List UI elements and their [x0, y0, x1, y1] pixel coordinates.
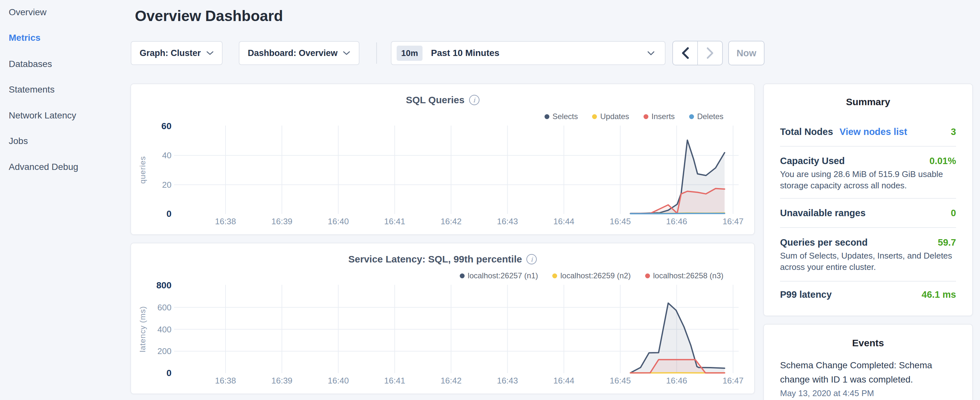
events-panel: Events Schema Change Completed: Schema c…	[763, 324, 973, 400]
svg-text:0: 0	[166, 368, 172, 378]
chevron-down-icon	[343, 51, 350, 56]
svg-text:16:42: 16:42	[441, 376, 462, 386]
legend-dot-icon	[645, 274, 650, 278]
sidebar-item-jobs[interactable]: Jobs	[9, 136, 28, 146]
sidebar-item-metrics[interactable]: Metrics	[9, 33, 40, 43]
svg-text:600: 600	[158, 303, 172, 312]
p99-latency-label: P99 latency	[780, 289, 832, 300]
graph-scope-label: Graph: Cluster	[140, 48, 200, 58]
svg-text:16:39: 16:39	[272, 217, 293, 226]
p99-latency-value: 46.1 ms	[922, 289, 956, 300]
now-button[interactable]: Now	[728, 41, 765, 65]
capacity-value: 0.01%	[929, 156, 956, 166]
svg-text:0: 0	[166, 209, 172, 219]
svg-text:16:43: 16:43	[497, 376, 518, 386]
summary-divider	[780, 198, 956, 199]
svg-text:16:42: 16:42	[441, 217, 462, 226]
view-nodes-list-link[interactable]: View nodes list	[840, 126, 907, 137]
qps-row: Queries per second 59.7	[780, 236, 956, 249]
service-latency-chart-card: Service Latency: SQL, 99th percentile i …	[130, 243, 755, 394]
info-icon[interactable]: i	[469, 95, 479, 105]
qps-description: Sum of Selects, Updates, Inserts, and De…	[780, 250, 958, 273]
svg-text:latency (ms): latency (ms)	[138, 306, 147, 352]
legend-item[interactable]: Inserts	[644, 112, 675, 121]
legend-dot-icon	[689, 114, 694, 119]
sidebar-item-databases[interactable]: Databases	[9, 59, 52, 69]
svg-text:16:44: 16:44	[553, 376, 574, 386]
legend-dot-icon	[644, 114, 648, 119]
legend-dot-icon	[460, 274, 465, 278]
svg-text:40: 40	[162, 150, 172, 160]
svg-text:16:41: 16:41	[384, 217, 405, 226]
event-message[interactable]: Schema Change Completed: Schema change w…	[780, 358, 958, 387]
legend-item[interactable]: Updates	[592, 112, 629, 121]
svg-text:16:45: 16:45	[610, 217, 631, 226]
qps-label: Queries per second	[780, 237, 868, 248]
unavailable-ranges-row: Unavailable ranges 0	[780, 207, 956, 220]
event-timestamp: May 13, 2020 at 4:45 PM	[780, 388, 874, 398]
svg-text:16:45: 16:45	[610, 376, 631, 386]
chart-plot[interactable]: 16:3816:3916:4016:4116:4216:4316:4416:45…	[131, 120, 756, 234]
svg-text:60: 60	[161, 121, 172, 131]
summary-heading: Summary	[764, 96, 972, 107]
total-nodes-row: Total Nodes View nodes list 3	[780, 125, 956, 138]
sql-queries-chart-card: SQL Queries i SelectsUpdatesInsertsDelet…	[130, 83, 755, 235]
legend-dot-icon	[552, 274, 557, 278]
qps-value: 59.7	[938, 237, 956, 248]
chart-plot[interactable]: 16:3816:3916:4016:4116:4216:4316:4416:45…	[131, 280, 756, 394]
svg-text:queries: queries	[138, 156, 147, 184]
info-icon[interactable]: i	[527, 254, 537, 265]
legend-dot-icon	[592, 114, 597, 119]
svg-text:16:40: 16:40	[328, 376, 349, 386]
svg-text:16:38: 16:38	[215, 376, 236, 386]
legend-dot-icon	[544, 114, 549, 119]
time-step-buttons	[672, 41, 723, 65]
legend-item[interactable]: localhost:26258 (n3)	[645, 271, 724, 280]
dashboard-label: Dashboard: Overview	[248, 48, 338, 58]
chart-legend: SelectsUpdatesInsertsDeletes	[544, 112, 724, 121]
unavailable-ranges-value: 0	[951, 208, 956, 218]
summary-divider	[780, 281, 956, 282]
svg-text:16:46: 16:46	[666, 376, 687, 386]
svg-text:16:38: 16:38	[215, 217, 236, 226]
summary-divider	[780, 227, 956, 228]
sidebar-item-network-latency[interactable]: Network Latency	[9, 110, 76, 121]
svg-text:16:41: 16:41	[384, 376, 405, 386]
sidebar-item-overview[interactable]: Overview	[9, 7, 46, 18]
summary-panel: Summary Total Nodes View nodes list 3 Ca…	[763, 83, 973, 316]
step-forward-button[interactable]	[697, 41, 722, 65]
svg-text:16:43: 16:43	[497, 217, 518, 226]
unavailable-ranges-label: Unavailable ranges	[780, 208, 865, 218]
capacity-label: Capacity Used	[780, 156, 845, 166]
legend-item[interactable]: Deletes	[689, 112, 724, 121]
svg-text:16:47: 16:47	[722, 217, 743, 226]
svg-text:20: 20	[162, 180, 172, 190]
chart-title: Service Latency: SQL, 99th percentile	[348, 254, 522, 265]
svg-text:16:46: 16:46	[666, 217, 687, 226]
page-title: Overview Dashboard	[135, 7, 283, 25]
events-heading: Events	[764, 338, 972, 349]
chart-title: SQL Queries	[406, 94, 464, 105]
svg-text:400: 400	[158, 325, 172, 334]
legend-item[interactable]: localhost:26259 (n2)	[552, 271, 631, 280]
time-range-label: Past 10 Minutes	[431, 48, 500, 58]
controls-divider	[376, 42, 377, 64]
sidebar-item-advanced-debug[interactable]: Advanced Debug	[9, 162, 78, 172]
step-back-button[interactable]	[673, 41, 697, 65]
legend-item[interactable]: localhost:26257 (n1)	[460, 271, 538, 280]
capacity-description: You are using 28.6 MiB of 515.9 GiB usab…	[780, 169, 958, 191]
graph-scope-dropdown[interactable]: Graph: Cluster	[131, 41, 223, 65]
time-range-selector[interactable]: 10m Past 10 Minutes	[391, 41, 665, 65]
chevron-down-icon	[647, 50, 655, 56]
svg-text:200: 200	[158, 346, 172, 356]
chart-legend: localhost:26257 (n1)localhost:26259 (n2)…	[460, 271, 724, 280]
svg-text:16:40: 16:40	[328, 217, 349, 226]
capacity-row: Capacity Used 0.01%	[780, 155, 956, 167]
svg-text:800: 800	[156, 280, 172, 290]
time-range-badge: 10m	[397, 46, 423, 61]
chevron-down-icon	[206, 51, 214, 56]
p99-latency-row: P99 latency 46.1 ms	[780, 288, 956, 301]
legend-item[interactable]: Selects	[544, 112, 578, 121]
dashboard-dropdown[interactable]: Dashboard: Overview	[239, 41, 360, 65]
sidebar-item-statements[interactable]: Statements	[9, 84, 55, 95]
